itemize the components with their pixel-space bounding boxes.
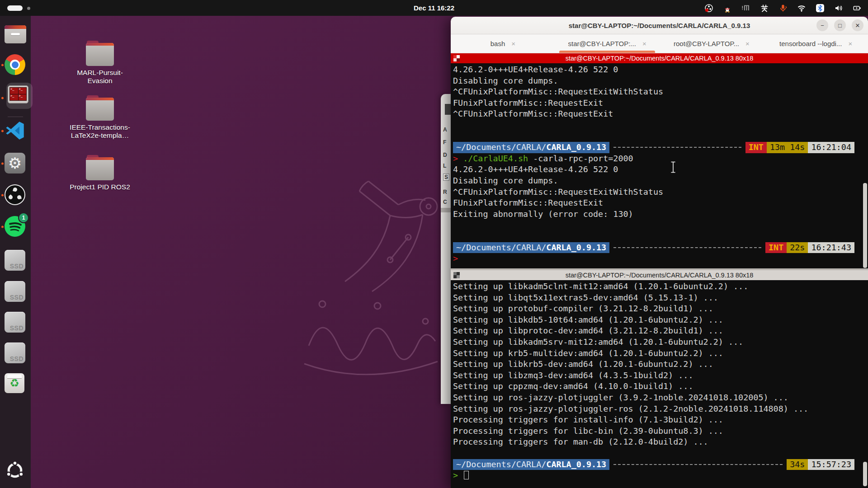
terminal-row: Processing triggers for libc-bin (2.39-0…: [453, 426, 868, 437]
maximize-button[interactable]: □: [834, 19, 846, 31]
running-indicator: [1, 194, 4, 197]
dock-item-spotify[interactable]: 1: [5, 216, 26, 238]
workspace-indicator-dot[interactable]: [27, 7, 30, 10]
tab-bash[interactable]: bash ×: [451, 34, 555, 53]
desktop-folder-project1-pid-ros2[interactable]: Project1 PID ROS2: [61, 155, 138, 191]
terminal-row: ^CFUnixPlatformMisc::RequestExitWithStat…: [453, 86, 868, 98]
window-controls: − □ ✕: [816, 19, 863, 31]
tab-close-icon[interactable]: ×: [848, 40, 852, 47]
dock-item-trash[interactable]: ♻: [5, 373, 26, 395]
window-fragment-text: F: [443, 139, 446, 145]
running-indicator: [1, 163, 4, 165]
dock-item-obs[interactable]: [5, 184, 26, 206]
terminal-row: Processing triggers for install-info (7.…: [453, 414, 868, 426]
scrollbar-thumb-top-pane[interactable]: [863, 183, 867, 268]
qq-penguin-tray-icon[interactable]: [723, 4, 732, 13]
terminal-row: Setting up libprotoc-dev:amd64 (3.21.12-…: [453, 325, 868, 337]
chinese-english-input-method-icon[interactable]: [760, 4, 769, 13]
terminal-group-icon: [453, 272, 460, 278]
terminal-pane-top[interactable]: 4.26.2-0+++UE4+Release-4.26 522 0Disabli…: [451, 63, 868, 268]
terminal-row: ~/Documents/CARLA/CARLA_0.9.13INT13m 14s…: [453, 142, 868, 153]
scrollbar-thumb-bottom-pane[interactable]: [863, 462, 867, 486]
tab-close-icon[interactable]: ×: [745, 40, 750, 47]
pane-titlebar-inactive[interactable]: star@CBY-LAPTOP:~/Documents/CARLA/CARLA_…: [451, 270, 868, 280]
tab-label: root@CBY-LAPTOP...: [674, 40, 739, 47]
terminal-pane-bottom[interactable]: Setting up libkadm5clnt-mit12:amd64 (1.2…: [451, 280, 868, 488]
bluetooth-icon[interactable]: [816, 4, 825, 13]
terminal-row: 4.26.2-0+++UE4+Release-4.26 522 0: [453, 64, 868, 75]
terminal-row: Processing triggers for man-db (2.12.0-4…: [453, 436, 868, 448]
wifi-icon[interactable]: [797, 4, 806, 13]
running-indicator: [1, 64, 4, 66]
tab-label: tensorboard --logdi...: [779, 40, 842, 47]
files-icon: [5, 25, 26, 43]
tab-tensorboard[interactable]: tensorboard --logdi... ×: [764, 34, 868, 53]
pane-title: star@CBY-LAPTOP:~/Documents/CARLA/CARLA_…: [566, 272, 754, 279]
desktop-folder-ieee-template[interactable]: IEEE-Transactions-LaTeX2e-templa…: [61, 95, 138, 140]
terminal-row: 4.26.2-0+++UE4+Release-4.26 522 0: [453, 164, 868, 175]
dock-item-terminator[interactable]: >_>_>_>_: [5, 85, 26, 107]
dock-item-show-apps-ubuntu[interactable]: [5, 460, 26, 482]
terminal-row: Setting up libkrb5-dev:amd64 (1.20.1-6ub…: [453, 359, 868, 370]
app-tray-icon[interactable]: [741, 4, 750, 13]
clock[interactable]: Dec 11 16:22: [414, 0, 454, 16]
terminal-row: Setting up protobuf-compiler (3.21.12-8.…: [453, 303, 868, 314]
tab-root-cby-laptop[interactable]: root@CBY-LAPTOP... ×: [660, 34, 764, 53]
drive-icon: SSD: [5, 281, 25, 302]
screen: MARL-Pursuit-Evasion IEEE-Transactions-L…: [0, 0, 868, 488]
terminal-row: >: [453, 253, 868, 264]
terminal-row: Setting up libkadm5clnt-mit12:amd64 (1.2…: [453, 281, 868, 292]
desktop-folder-marl-pursuit-evasion[interactable]: MARL-Pursuit-Evasion: [61, 41, 138, 85]
volume-icon[interactable]: [834, 4, 843, 13]
window-fragment-text: A: [443, 127, 447, 133]
obs-tray-icon[interactable]: [704, 4, 713, 13]
terminal-row: > ./CarlaUE4.sh -carla-rpc-port=2000: [453, 153, 868, 164]
terminator-window: star@CBY-LAPTOP:~/Documents/CARLA/CARLA_…: [451, 17, 868, 488]
terminal-row: Setting up krb5-multidev:amd64 (1.20.1-6…: [453, 348, 868, 359]
tab-close-icon[interactable]: ×: [511, 40, 515, 47]
notification-badge: 1: [19, 213, 28, 222]
background-window-sliver[interactable]: A F D L S R C: [441, 94, 451, 404]
folder-label: IEEE-Transactions-LaTeX2e-templa…: [61, 123, 138, 140]
terminal-row: [453, 448, 868, 459]
dock-item-chrome[interactable]: [5, 54, 26, 76]
folder-icon: [86, 155, 114, 180]
prompt-time-chip: 16:21:04: [808, 142, 854, 153]
prompt-path-chip: ~/Documents/CARLA/CARLA_0.9.13: [453, 459, 609, 470]
microphone-in-use-icon[interactable]: [778, 4, 788, 13]
dock-item-settings[interactable]: ⚙: [5, 153, 26, 174]
tab-star-cby-laptop[interactable]: star@CBY-LAPTOP:... ×: [555, 34, 660, 53]
dock-item-files[interactable]: [5, 23, 26, 45]
battery-icon[interactable]: [853, 4, 862, 13]
dock-item-vscode[interactable]: [5, 120, 26, 142]
workspace-indicator-pill[interactable]: [7, 5, 23, 11]
tab-close-icon[interactable]: ×: [642, 40, 646, 47]
terminal-row: Setting up libkadm5srv-mit12:amd64 (1.20…: [453, 337, 868, 348]
folder-label: Project1 PID ROS2: [61, 183, 138, 191]
running-indicator: [1, 226, 4, 228]
terminal-row: Setting up libqt5x11extras5-dev:amd64 (5…: [453, 292, 868, 304]
dock-item-ssd-drive-2[interactable]: SSD: [5, 281, 26, 303]
minimize-button[interactable]: −: [816, 19, 828, 31]
wallpaper-numbat-art: [255, 151, 449, 395]
drive-icon: SSD: [5, 312, 25, 333]
window-fragment: [445, 104, 451, 115]
terminal-row: Setting up ros-jazzy-plotjuggler (3.9.2-…: [453, 392, 868, 404]
folder-label: MARL-Pursuit-Evasion: [61, 69, 138, 85]
dock: >_>_>_>_ ⚙: [0, 16, 31, 488]
spotify-icon: 1: [5, 216, 25, 237]
system-tray: [704, 0, 862, 16]
pane-titlebar-active[interactable]: star@CBY-LAPTOP:~/Documents/CARLA/CARLA_…: [451, 53, 868, 63]
dock-item-ssd-drive-4[interactable]: SSD: [5, 343, 26, 364]
terminal-row: Disabling core dumps.: [453, 175, 868, 187]
prompt-dur-chip: 34s: [787, 459, 808, 470]
dock-item-ssd-drive-1[interactable]: SSD: [5, 250, 26, 272]
window-titlebar[interactable]: star@CBY-LAPTOP:~/Documents/CARLA/CARLA_…: [451, 17, 868, 34]
terminal-row: [453, 131, 868, 142]
close-button[interactable]: ✕: [852, 19, 863, 31]
window-title: star@CBY-LAPTOP:~/Documents/CARLA/CARLA_…: [569, 22, 750, 29]
terminal-row: [453, 120, 868, 131]
obs-icon: [5, 184, 25, 205]
dock-item-ssd-drive-3[interactable]: SSD: [5, 312, 26, 333]
prompt-dashes: [613, 247, 761, 248]
